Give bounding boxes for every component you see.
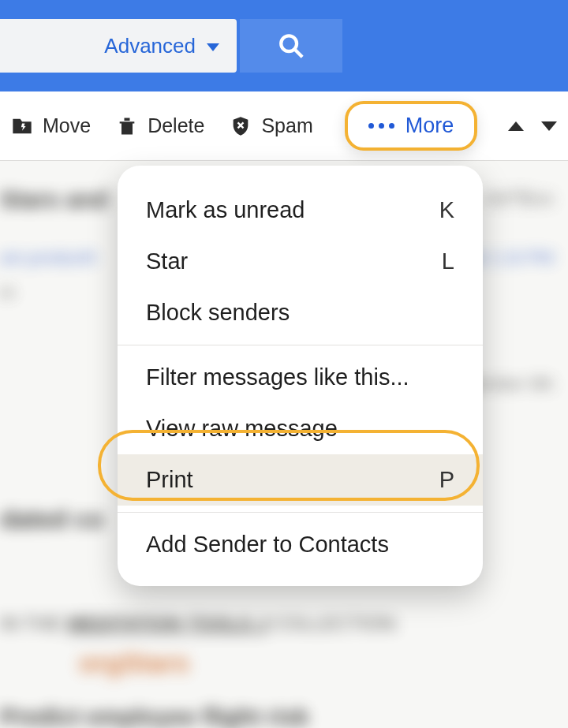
spam-button[interactable]: Spam bbox=[230, 114, 312, 137]
bg-subject: Stars and bbox=[0, 186, 108, 213]
menu-view-raw[interactable]: View raw message bbox=[118, 403, 483, 454]
bg-to: m bbox=[0, 282, 14, 302]
bg-brand: orgStars bbox=[79, 648, 189, 678]
shield-x-icon bbox=[230, 115, 252, 137]
next-message-button[interactable] bbox=[541, 121, 557, 131]
message-nav bbox=[508, 121, 557, 131]
bg-headline: dated co bbox=[0, 505, 104, 533]
search-placeholder-fragment: otos or pe bbox=[0, 34, 104, 58]
bg-collection-suffix: COLLECTION: bbox=[273, 613, 399, 634]
advanced-label: Advanced bbox=[104, 34, 196, 58]
menu-block-senders[interactable]: Block senders bbox=[118, 287, 483, 338]
menu-item-label: Star bbox=[146, 248, 188, 274]
delete-label: Delete bbox=[148, 114, 204, 137]
menu-print[interactable]: Print P bbox=[118, 454, 483, 506]
menu-item-shortcut: K bbox=[439, 197, 454, 223]
menu-item-label: Print bbox=[146, 467, 193, 493]
menu-item-label: View raw message bbox=[146, 416, 338, 442]
menu-filter-like-this[interactable]: Filter messages like this... bbox=[118, 352, 483, 403]
menu-separator bbox=[118, 345, 483, 345]
menu-item-shortcut: L bbox=[442, 248, 454, 274]
more-label: More bbox=[405, 114, 454, 138]
more-menu: Mark as unread K Star L Block senders Fi… bbox=[118, 166, 483, 586]
more-button[interactable]: More bbox=[345, 101, 478, 151]
search-icon bbox=[278, 32, 305, 59]
spam-label: Spam bbox=[261, 114, 312, 137]
menu-mark-unread[interactable]: Mark as unread K bbox=[118, 185, 483, 236]
menu-add-sender-contacts[interactable]: Add Sender to Contacts bbox=[118, 519, 483, 570]
advanced-search-button[interactable]: Advanced bbox=[104, 34, 237, 58]
search-input[interactable]: otos or pe Advanced bbox=[0, 19, 237, 73]
menu-separator bbox=[118, 512, 483, 513]
bg-collection-link: MEDITATION TOOLS J bbox=[67, 613, 268, 634]
menu-item-label: Block senders bbox=[146, 300, 290, 326]
prev-message-button[interactable] bbox=[508, 121, 524, 131]
bg-sender: am.producth bbox=[0, 248, 96, 268]
move-label: Move bbox=[43, 114, 91, 137]
bg-collection-prefix: IN THE bbox=[0, 613, 62, 634]
svg-line-1 bbox=[294, 49, 302, 57]
search-button[interactable] bbox=[240, 19, 342, 73]
delete-button[interactable]: Delete bbox=[116, 114, 204, 137]
bg-tagline: Predict employee flight risk bbox=[0, 704, 309, 728]
bg-tag: Ad*Box bbox=[485, 186, 554, 213]
trash-icon bbox=[116, 115, 138, 137]
menu-item-label: Add Sender to Contacts bbox=[146, 532, 389, 558]
menu-item-shortcut: P bbox=[439, 467, 454, 493]
action-toolbar: Move Delete Spam More bbox=[0, 91, 568, 161]
move-button[interactable]: Move bbox=[11, 114, 91, 137]
folder-move-icon bbox=[11, 115, 33, 137]
more-dots-icon bbox=[368, 123, 394, 129]
menu-item-label: Mark as unread bbox=[146, 197, 305, 223]
header-bar: otos or pe Advanced bbox=[0, 0, 568, 91]
menu-item-label: Filter messages like this... bbox=[146, 364, 409, 390]
menu-star[interactable]: Star L bbox=[118, 236, 483, 287]
svg-point-0 bbox=[281, 35, 297, 51]
chevron-down-icon bbox=[207, 43, 219, 51]
